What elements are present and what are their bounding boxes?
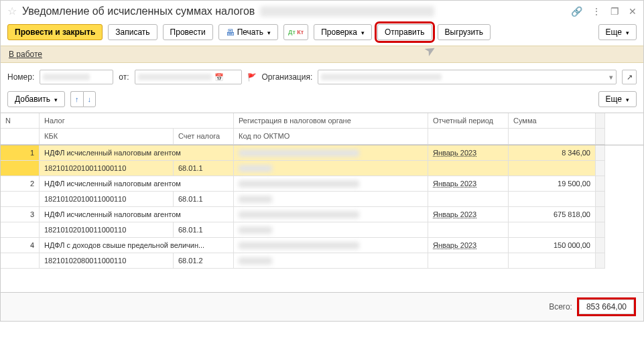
table-more-button[interactable]: Еще [598,91,637,107]
cell-tax: НДФЛ исчисленный налоговым агентом [40,207,234,222]
col-oktmo[interactable]: Код по ОКТМО [234,129,428,145]
col-n[interactable]: N [1,113,40,129]
save-button[interactable]: Записать [108,24,157,40]
arrow-down-icon: ↓ [88,95,92,103]
number-label: Номер: [7,72,34,82]
cell-reg [234,145,428,161]
cell-acct: 68.01.1 [174,192,234,207]
cell-acct: 68.01.1 [174,222,234,238]
col-sum[interactable]: Сумма [509,113,596,129]
grid-header-row: N Налог Регистрация в налоговом органе О… [1,113,643,129]
filter-row: Номер: от: 📅 🚩 Организация: ▾ ↗ [1,63,643,91]
akt-icon: Дт Кт [288,29,304,36]
status-link[interactable]: В работе [9,50,42,59]
period-link[interactable]: Январь 2023 [433,241,476,249]
post-button[interactable]: Провести [163,24,213,40]
col-reg[interactable]: Регистрация в налоговом органе [234,113,428,129]
restore-icon[interactable]: ❐ [610,6,619,17]
table-row[interactable]: 2НДФЛ исчисленный налоговым агентомЯнвар… [1,176,643,192]
chevron-down-icon [625,27,629,37]
cell-period: Январь 2023 [428,176,509,192]
favorite-star-icon[interactable]: ☆ [7,5,17,17]
org-flag-icon: 🚩 [247,73,257,82]
add-row-button[interactable]: Добавить [7,91,65,107]
table-row-sub[interactable]: 1821010201001100011068.01.1 [1,161,643,176]
table-row[interactable]: 4НДФЛ с доходов свыше предельной величин… [1,238,643,253]
cell-reg [234,238,428,253]
cell-acct: 68.01.1 [174,161,234,176]
cell-oktmo [234,253,428,269]
total-value: 853 664,00 [579,299,634,314]
cell-tax: НДФЛ исчисленный налоговым агентом [40,145,234,161]
cell-oktmo [234,161,428,176]
date-field[interactable]: 📅 [135,70,242,84]
open-ref-button[interactable]: ↗ [622,70,637,84]
col-acct[interactable]: Счет налога [174,129,234,145]
check-label: Проверка [321,27,357,37]
number-field[interactable] [40,70,113,84]
post-and-close-button[interactable]: Провести и закрыть [7,24,103,40]
cell-kbk: 18210102010011000110 [40,161,174,176]
cell-sum: 675 818,00 [509,207,596,222]
move-up-button[interactable]: ↑ [70,91,83,107]
printer-icon: 🖶 [226,27,235,38]
close-icon[interactable]: ✕ [629,6,637,17]
org-field[interactable]: ▾ [318,70,617,84]
cell-oktmo [234,222,428,238]
dropdown-icon[interactable]: ▾ [609,73,613,82]
print-button[interactable]: 🖶 Печать [218,24,278,40]
chevron-down-icon [625,94,629,104]
chevron-down-icon [53,94,58,104]
cell-sum: 19 500,00 [509,176,596,192]
period-link[interactable]: Январь 2023 [433,180,476,188]
calendar-icon[interactable]: 📅 [214,73,224,82]
table-row-sub[interactable]: 1821010208001100011068.01.2 [1,253,643,269]
cell-reg [234,207,428,222]
link-icon[interactable]: 🔗 [571,6,582,17]
period-link[interactable]: Январь 2023 [433,210,476,218]
cell-reg [234,176,428,192]
cell-period: Январь 2023 [428,207,509,222]
cell-kbk: 18210102010011000110 [40,222,174,238]
window-title: Уведомление об исчисленных суммах налого… [22,5,255,17]
table-toolbar: Добавить ↑ ↓ Еще [1,91,643,113]
more-label: Еще [606,94,622,104]
table-row[interactable]: 1НДФЛ исчисленный налоговым агентомЯнвар… [1,145,643,161]
debit-credit-button[interactable]: Дт Кт [283,24,308,40]
cell-n: 2 [1,176,40,192]
print-label: Печать [237,27,263,37]
cell-acct: 68.01.2 [174,253,234,269]
cell-kbk: 18210102010011000110 [40,192,174,207]
main-toolbar: Провести и закрыть Записать Провести 🖶 П… [1,21,643,46]
cell-sum: 150 000,00 [509,238,596,253]
footer: Всего: 853 664,00 [1,293,643,321]
title-extra-blurred [260,6,434,17]
col-tax[interactable]: Налог [40,113,234,129]
cell-n: 4 [1,238,40,253]
scrollbar[interactable] [596,113,605,129]
send-button[interactable]: Отправить [377,24,432,40]
document-window: ☆ Уведомление об исчисленных суммах нало… [0,0,644,322]
titlebar: ☆ Уведомление об исчисленных суммах нало… [1,1,643,21]
period-link[interactable]: Январь 2023 [433,149,476,157]
col-kbk[interactable]: КБК [40,129,174,145]
table-row-sub[interactable]: 1821010201001100011068.01.1 [1,222,643,238]
add-label: Добавить [15,94,50,104]
more-menu-icon[interactable]: ⋮ [592,6,601,17]
grid-subheader-row: КБК Счет налога Код по ОКТМО [1,129,643,145]
cell-period: Январь 2023 [428,145,509,161]
cell-tax: НДФЛ исчисленный налоговым агентом [40,176,234,192]
arrow-up-icon: ↑ [75,95,79,103]
more-button[interactable]: Еще [598,24,637,40]
table-row-sub[interactable]: 1821010201001100011068.01.1 [1,192,643,207]
move-down-button[interactable]: ↓ [83,91,96,107]
table-row[interactable]: 3НДФЛ исчисленный налоговым агентомЯнвар… [1,207,643,222]
chevron-down-icon [360,27,365,37]
check-button[interactable]: Проверка [314,24,372,40]
export-button[interactable]: Выгрузить [438,24,491,40]
cell-kbk: 18210102080011000110 [40,253,174,269]
cell-oktmo [234,192,428,207]
total-label: Всего: [549,302,572,312]
col-period[interactable]: Отчетный период [428,113,509,129]
from-label: от: [119,72,129,82]
